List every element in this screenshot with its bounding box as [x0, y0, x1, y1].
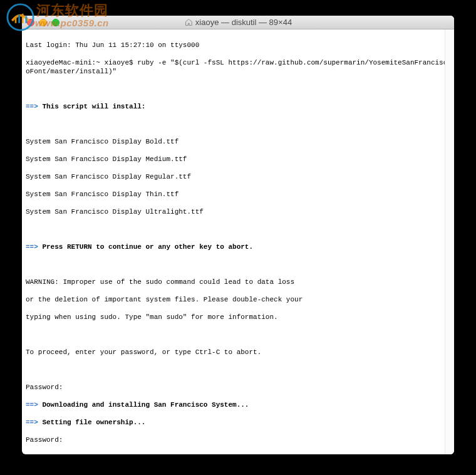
proceed-line: To proceed, enter your password, or type…	[26, 348, 450, 357]
warning-line: or the deletion of important system file…	[26, 295, 450, 304]
downloading-heading: ==> Downloading and installing San Franc…	[26, 400, 450, 409]
watermark-url-text: www.pc0359.cn	[35, 18, 109, 28]
font-item: System San Francisco Display Bold.ttf	[26, 137, 450, 146]
window-title-text: xiaoye — diskutil — 89×44	[195, 18, 292, 27]
blank-line	[26, 365, 450, 374]
blank-line	[26, 260, 450, 269]
terminal-body[interactable]: Last login: Thu Jun 11 15:27:10 on ttys0…	[22, 29, 454, 454]
prompt-line: xiaoyedeMac-mini:~ xiaoye$ ruby -e "$(cu…	[26, 58, 450, 76]
font-item: System San Francisco Display Ultralight.…	[26, 207, 450, 216]
blank-line	[26, 120, 450, 128]
svg-point-0	[8, 4, 33, 30]
scrollbar[interactable]	[445, 29, 454, 454]
terminal-window: xiaoye — diskutil — 89×44 Last login: Th…	[22, 16, 454, 454]
warning-line: typing when using sudo. Type "man sudo" …	[26, 313, 450, 321]
password-prompt: Password:	[26, 383, 450, 392]
press-return-heading: ==> Press RETURN to continue or any othe…	[26, 243, 450, 251]
password-prompt: Password:	[26, 436, 450, 444]
font-item: System San Francisco Display Thin.ttf	[26, 190, 450, 199]
blank-line	[26, 330, 450, 339]
install-heading: ==> This script will install:	[26, 102, 450, 111]
home-icon	[184, 18, 193, 27]
watermark-logo	[6, 3, 34, 31]
clearing-cache-heading: ==> Clearing OS X Font Cache...	[26, 453, 450, 454]
warning-line: WARNING: Improper use of the sudo comman…	[26, 278, 450, 286]
font-item: System San Francisco Display Regular.ttf	[26, 172, 450, 181]
blank-line	[26, 225, 450, 234]
blank-line	[26, 85, 450, 93]
ownership-heading: ==> Setting file ownership...	[26, 418, 450, 427]
window-title: xiaoye — diskutil — 89×44	[184, 18, 292, 27]
login-line: Last login: Thu Jun 11 15:27:10 on ttys0…	[26, 41, 450, 50]
font-item: System San Francisco Display Medium.ttf	[26, 155, 450, 164]
